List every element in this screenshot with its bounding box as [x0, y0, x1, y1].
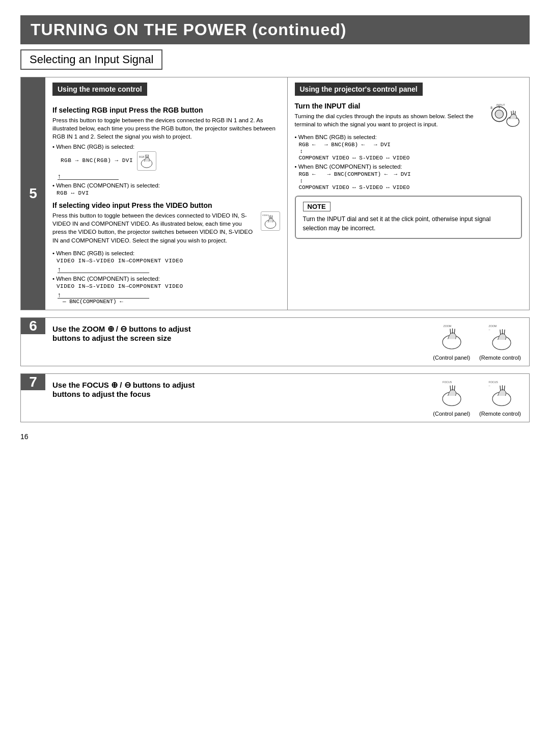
- step7-rc-caption: (Remote control): [479, 411, 521, 417]
- step6-number: 6: [21, 318, 45, 334]
- rgb-flow1b: RGB ↔ DVI: [57, 190, 280, 196]
- step5-header: 5 Using the remote control If selecting …: [21, 77, 529, 310]
- rgb-input-body: Press this button to toggle between the …: [52, 116, 280, 141]
- svg-line-29: [504, 330, 505, 334]
- right-bullet2: • When BNC (COMPONENT) is selected:: [295, 164, 522, 170]
- flow-line1: [58, 179, 119, 180]
- video-input-body: Press this button to toggle between the …: [52, 211, 257, 244]
- zoom-remote-icon: ZOOM –: [485, 323, 515, 354]
- input-dial-heading: Turn the INPUT dial: [295, 102, 484, 110]
- rgb-button-icon: RGB: [137, 151, 156, 171]
- flow-line3: — BNC(COMPONENT) ←: [58, 298, 149, 305]
- left-col-header: Using the remote control: [52, 83, 147, 96]
- video-button-icon: VIDEO: [261, 211, 280, 231]
- svg-line-40: [504, 386, 505, 390]
- video-flow2a: VIDEO IN→S-VIDEO IN→COMPONENT VIDEO: [57, 258, 280, 264]
- rgb-bullet1: • When BNC (RGB) is selected:: [52, 144, 280, 150]
- note-label: NOTE: [303, 202, 331, 211]
- svg-line-7: [269, 215, 269, 219]
- svg-text:ZOOM: ZOOM: [489, 324, 497, 327]
- step5-columns: Using the remote control If selecting RG…: [45, 77, 529, 310]
- flow-arrow-up2: ↑: [58, 266, 280, 273]
- step6-remote-img: ZOOM – (Remote control): [479, 323, 521, 361]
- flow-arrow-up3: ↑: [58, 291, 280, 298]
- svg-line-21: [450, 329, 451, 334]
- page-number: 16: [20, 433, 530, 441]
- svg-text:–: –: [489, 328, 490, 331]
- step7-content: Use the FOCUS ⊕ / ⊖ buttons to adjust bu…: [45, 374, 425, 404]
- step7-text2: buttons to adjust the focus: [52, 390, 151, 398]
- step6-img-row: ZOOM (Control panel) ZOOM –: [433, 323, 521, 361]
- video-bullet1: • When BNC (RGB) is selected:: [52, 250, 280, 256]
- step7-number: 7: [21, 374, 45, 390]
- flow-arrow-up1: ↑: [58, 173, 280, 179]
- svg-text:–: –: [489, 384, 490, 387]
- right-bullet1: • When BNC (RGB) is selected:: [295, 134, 522, 140]
- svg-line-2: [146, 155, 146, 158]
- step6-images: ZOOM (Control panel) ZOOM –: [425, 318, 529, 366]
- step5-block: 5 Using the remote control If selecting …: [20, 77, 530, 310]
- input-dial-icon: INPUT 8: [489, 101, 522, 131]
- step7-control-panel-img: FOCUS (Control panel): [433, 379, 470, 417]
- svg-line-16: [511, 111, 512, 115]
- step6-block: 6 Use the ZOOM ⊕ / ⊖ buttons to adjust b…: [20, 317, 530, 366]
- step7-block: 7 Use the FOCUS ⊕ / ⊖ buttons to adjust …: [20, 373, 530, 422]
- input-dial-body: Turning the dial cycles through the inpu…: [295, 112, 484, 128]
- focus-remote-icon: FOCUS –: [485, 379, 515, 410]
- step7-img-row: FOCUS (Control panel) FOCUS –: [433, 379, 521, 417]
- step5-right-col: Using the projector's control panel Turn…: [288, 77, 530, 310]
- svg-line-32: [450, 386, 451, 390]
- step6-control-panel-img: ZOOM (Control panel): [433, 323, 470, 361]
- step6-rc-caption: (Remote control): [479, 355, 521, 361]
- step6-cp-caption: (Control panel): [433, 355, 470, 361]
- video-bullet2: • When BNC (COMPONENT) is selected:: [52, 276, 280, 282]
- step6-text2: buttons to adjust the screen size: [52, 334, 171, 342]
- zoom-control-panel-icon: ZOOM: [436, 323, 467, 354]
- focus-control-panel-icon: FOCUS: [436, 379, 467, 410]
- svg-line-23: [454, 329, 455, 334]
- svg-line-34: [454, 386, 455, 390]
- svg-text:ZOOM: ZOOM: [443, 324, 451, 327]
- right-flow2: RGB ← → BNC(COMPONENT) ← → DVI ↕ COMPONE…: [299, 171, 522, 191]
- step6-content: Use the ZOOM ⊕ / ⊖ buttons to adjust but…: [45, 318, 425, 348]
- video-input-heading: If selecting video input Press the VIDEO…: [52, 201, 280, 209]
- svg-point-12: [495, 110, 503, 118]
- svg-text:8: 8: [490, 106, 492, 110]
- svg-line-18: [515, 111, 515, 115]
- note-text: Turn the INPUT dial and set it at the cl…: [303, 214, 514, 233]
- svg-line-27: [500, 330, 501, 334]
- svg-text:FOCUS: FOCUS: [443, 380, 452, 383]
- svg-text:VIDEO: VIDEO: [262, 214, 269, 217]
- svg-text:RGB: RGB: [139, 156, 144, 158]
- svg-line-9: [272, 215, 272, 219]
- step5-number: 5: [21, 77, 45, 310]
- step7-images: FOCUS (Control panel) FOCUS –: [425, 374, 529, 422]
- right-flow1: RGB ← → BNC(RGB) ← → DVI ↕ COMPONENT VID…: [299, 142, 522, 161]
- section-heading: Selecting an Input Signal: [20, 49, 162, 70]
- flow-line2: [58, 273, 149, 273]
- step6-plus: ⊕: [107, 325, 114, 333]
- svg-line-38: [500, 386, 501, 390]
- step6-minus: ⊖: [120, 325, 127, 333]
- page-title: TURNING ON THE POWER (continued): [20, 15, 530, 44]
- step7-remote-img: FOCUS – (Remote control): [479, 379, 521, 417]
- rgb-flow1a: RGB → BNC(RGB) → DVI: [61, 157, 133, 164]
- svg-line-4: [148, 155, 149, 158]
- rgb-bullet2: • When BNC (COMPONENT) is selected:: [52, 182, 280, 188]
- rgb-input-heading: If selecting RGB input Press the RGB but…: [52, 106, 280, 114]
- svg-text:FOCUS: FOCUS: [489, 380, 499, 383]
- step7-cp-caption: (Control panel): [433, 411, 470, 417]
- step7-text: Use the FOCUS ⊕ / ⊖ buttons to adjust bu…: [52, 380, 418, 398]
- step7-plus: ⊕: [111, 381, 118, 389]
- svg-text:INPUT: INPUT: [497, 103, 506, 106]
- right-col-header: Using the projector's control panel: [295, 83, 423, 96]
- note-box: NOTE Turn the INPUT dial and set it at t…: [295, 196, 522, 239]
- step7-minus: ⊖: [124, 381, 131, 389]
- step6-text: Use the ZOOM ⊕ / ⊖ buttons to adjust but…: [52, 324, 418, 342]
- step5-left-col: Using the remote control If selecting RG…: [45, 77, 288, 310]
- video-flow2b: VIDEO IN→S-VIDEO IN→COMPONENT VIDEO: [57, 283, 280, 289]
